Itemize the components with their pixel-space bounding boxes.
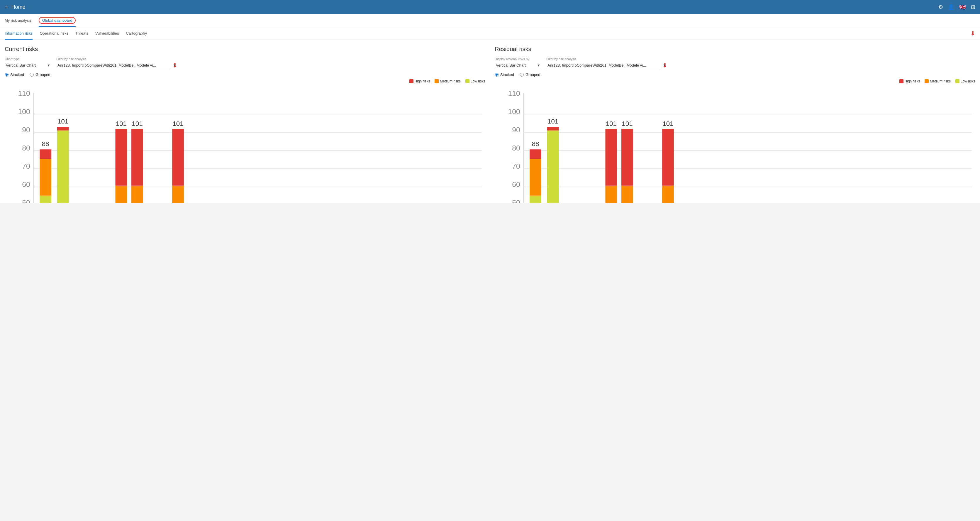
bar-import-high	[57, 127, 69, 130]
tab-global-dashboard[interactable]: Global dashboard	[39, 15, 76, 27]
filter-label-residual: Filter by risk analysis	[546, 57, 667, 61]
svg-text:101: 101	[116, 120, 127, 127]
svg-text:70: 70	[512, 162, 520, 170]
current-risks-panel: Current risks Chart type Vertical Bar Ch…	[5, 46, 485, 197]
svg-text:90: 90	[512, 126, 520, 134]
stacked-radio-residual[interactable]	[495, 73, 498, 76]
stacked-radio-current[interactable]	[5, 73, 8, 76]
legend-high-label-current: High risks	[415, 79, 430, 83]
subtab-information-risks[interactable]: Information risks	[5, 27, 33, 40]
legend-medium-label-residual: Medium risks	[930, 79, 951, 83]
subtab-threats[interactable]: Threats	[75, 27, 88, 40]
svg-rect-126	[662, 129, 674, 185]
user-icon[interactable]: 👤	[948, 4, 954, 10]
stacked-label-residual: Stacked	[500, 72, 514, 77]
svg-text:50: 50	[22, 199, 30, 203]
svg-text:110: 110	[18, 89, 30, 97]
filter-select-current[interactable]: Anr123, ImportToCompareWith261, ModelBel…	[56, 62, 170, 69]
bar-anr123-high	[40, 149, 51, 159]
bar-import-low	[57, 131, 69, 203]
svg-rect-114	[605, 129, 617, 185]
svg-rect-102	[530, 149, 541, 159]
svg-text:80: 80	[512, 144, 520, 152]
svg-rect-105	[547, 131, 559, 203]
current-risks-chart: 110 100 90 80 70 60 50 40 30 20 10 0	[5, 86, 485, 197]
bar-testanalyze-high	[172, 129, 184, 185]
display-by-select-wrapper: Vertical Bar Chart ▼	[495, 62, 542, 69]
chart-type-select[interactable]: Vertical Bar Chart	[5, 62, 52, 69]
svg-rect-101	[530, 159, 541, 196]
grouped-radio-current[interactable]	[30, 73, 34, 76]
bar-mycases-en-medium	[131, 186, 143, 203]
bar-mycases-high	[115, 129, 127, 185]
svg-text:110: 110	[508, 89, 520, 97]
svg-text:50: 50	[512, 199, 520, 203]
dashboard-grid: Current risks Chart type Vertical Bar Ch…	[5, 46, 975, 197]
legend-dot-medium-residual	[924, 79, 929, 83]
legend-dot-low-current	[465, 79, 469, 83]
grouped-label-residual: Grouped	[525, 72, 541, 77]
subtab-vulnerabilities[interactable]: Vulnerabilities	[95, 27, 119, 40]
svg-text:60: 60	[22, 180, 30, 188]
svg-text:101: 101	[132, 120, 143, 127]
svg-text:101: 101	[622, 120, 633, 127]
residual-risks-title: Residual risks	[495, 46, 975, 53]
legend-dot-low-residual	[955, 79, 959, 83]
residual-risks-download-icon[interactable]: ⬇	[662, 62, 667, 69]
svg-rect-100	[530, 196, 541, 203]
residual-risks-chart: 110 100 90 80 70 60 50 40 30 20 10 0	[495, 86, 975, 197]
settings-icon[interactable]: ⚙	[939, 4, 943, 10]
current-risks-legend: High risks Medium risks Low risks	[5, 79, 485, 83]
current-risks-radio-group: Stacked Grouped	[5, 72, 485, 77]
subtab-cartography[interactable]: Cartography	[126, 27, 147, 40]
grouped-label-current: Grouped	[35, 72, 51, 77]
svg-text:90: 90	[22, 126, 30, 134]
svg-rect-106	[547, 127, 559, 130]
grouped-radio-label-current[interactable]: Grouped	[30, 72, 51, 77]
bar-mycases-en-high	[131, 129, 143, 185]
svg-text:70: 70	[22, 162, 30, 170]
language-flag-icon[interactable]: 🇬🇧	[959, 3, 966, 11]
svg-text:88: 88	[42, 140, 49, 148]
stacked-radio-label-residual[interactable]: Stacked	[495, 72, 514, 77]
bar-testanalyze-medium	[172, 186, 184, 203]
grid-icon[interactable]: ⊞	[971, 4, 975, 10]
residual-risks-controls: Display residual risks by Vertical Bar C…	[495, 57, 975, 69]
filter-select-wrapper-current: Anr123, ImportToCompareWith261, ModelBel…	[56, 62, 177, 69]
filter-select-wrapper-residual: Anr123, ImportToCompareWith261, ModelBel…	[546, 62, 667, 69]
app-title: Home	[11, 4, 25, 10]
filter-select-residual[interactable]: Anr123, ImportToCompareWith261, ModelBel…	[546, 62, 660, 69]
hamburger-menu[interactable]: ≡	[5, 4, 8, 10]
legend-medium-label-current: Medium risks	[440, 79, 461, 83]
legend-dot-medium-current	[434, 79, 439, 83]
svg-text:88: 88	[532, 140, 539, 148]
stacked-label-current: Stacked	[10, 72, 24, 77]
svg-text:101: 101	[547, 118, 558, 125]
current-risks-controls: Chart type Vertical Bar Chart ▼ Filter b…	[5, 57, 485, 69]
tab-my-risk-analysis[interactable]: My risk analysis	[5, 15, 32, 27]
svg-rect-118	[621, 186, 633, 203]
filter-group-current: Filter by risk analysis Anr123, ImportTo…	[56, 57, 177, 69]
filter-group-residual: Filter by risk analysis Anr123, ImportTo…	[546, 57, 667, 69]
legend-medium-current: Medium risks	[434, 79, 461, 83]
display-by-select[interactable]: Vertical Bar Chart	[495, 62, 542, 69]
svg-text:101: 101	[172, 120, 183, 127]
top-navigation: ≡ Home ⚙ 👤 🇬🇧 ⊞	[0, 0, 980, 14]
legend-dot-high-current	[409, 79, 414, 83]
global-download-icon[interactable]: ⬇	[970, 30, 975, 37]
subtab-operational-risks[interactable]: Operational risks	[40, 27, 68, 40]
grouped-radio-label-residual[interactable]: Grouped	[520, 72, 541, 77]
current-risks-download-icon[interactable]: ⬇	[172, 62, 177, 69]
legend-medium-residual: Medium risks	[924, 79, 951, 83]
stacked-radio-label-current[interactable]: Stacked	[5, 72, 24, 77]
current-risks-title: Current risks	[5, 46, 485, 53]
chart-type-group: Chart type Vertical Bar Chart ▼	[5, 57, 52, 69]
svg-text:101: 101	[57, 118, 68, 125]
residual-risks-svg: 110 100 90 80 70 60 50 40 30 20 10 0	[495, 86, 975, 203]
global-dashboard-label: Global dashboard	[39, 17, 76, 24]
legend-dot-high-residual	[899, 79, 904, 83]
bar-mycases-medium	[115, 186, 127, 203]
grouped-radio-residual[interactable]	[520, 73, 524, 76]
legend-low-label-residual: Low risks	[961, 79, 975, 83]
display-by-group: Display residual risks by Vertical Bar C…	[495, 57, 542, 69]
